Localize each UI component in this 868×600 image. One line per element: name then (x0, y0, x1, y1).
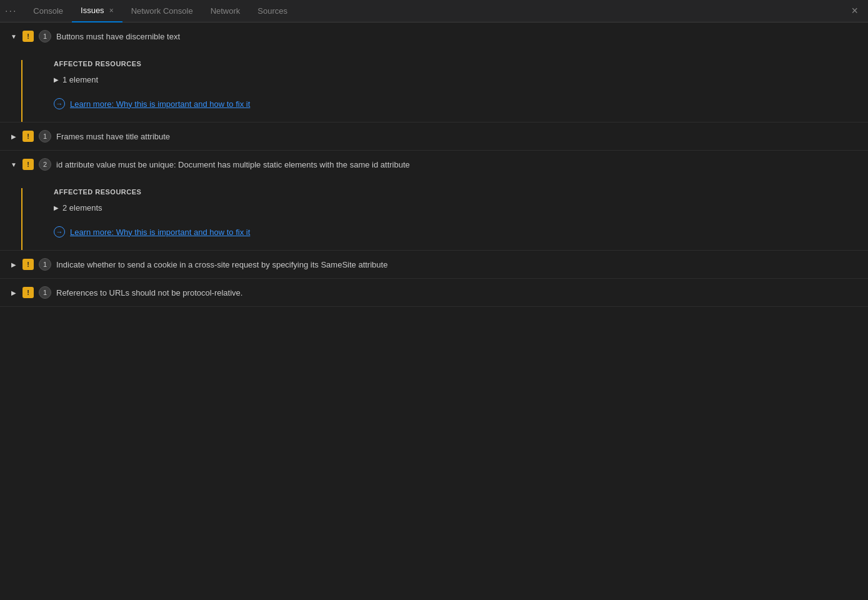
warning-icon-4: ! (22, 259, 34, 270)
issue-header-4[interactable]: ▶ ! 1 Indicate whether to send a cookie … (0, 251, 868, 278)
issues-panel: ▼ ! 1 Buttons must have discernible text… (0, 22, 868, 600)
issue-title-3: id attribute value must be unique: Docum… (56, 160, 410, 169)
chevron-right-icon-2: ▶ (10, 133, 17, 140)
issue-title-5: References to URLs should not be protoco… (56, 288, 242, 298)
warning-icon-3: ! (22, 159, 34, 170)
issue-item-1: ▼ ! 1 Buttons must have discernible text… (0, 22, 868, 122)
issue-title-4: Indicate whether to send a cookie in a c… (56, 260, 387, 269)
tab-console[interactable]: Console (24, 0, 72, 22)
element-chevron-icon-1: ▶ (54, 76, 59, 83)
issue-badge-2: 1 (39, 130, 51, 142)
tab-sources-label: Sources (257, 6, 287, 16)
chevron-right-icon-4: ▶ (10, 261, 17, 268)
tab-bar: ··· Console Issues × Network Console Net… (0, 0, 868, 22)
issue-badge-1: 1 (39, 30, 51, 42)
learn-more-row-1: → Learn more: Why this is important and … (54, 98, 858, 109)
tab-console-label: Console (33, 6, 63, 16)
learn-more-icon-1: → (54, 98, 65, 109)
chevron-down-icon-1: ▼ (10, 33, 17, 40)
issue-item-4: ▶ ! 1 Indicate whether to send a cookie … (0, 251, 868, 279)
issue-badge-4: 1 (39, 258, 51, 271)
warning-icon-1: ! (22, 31, 34, 42)
issue-title-1: Buttons must have discernible text (56, 32, 180, 41)
issue-body-1: AFFECTED RESOURCES ▶ 1 element → Learn m… (21, 60, 868, 122)
issue-item-5: ▶ ! 1 References to URLs should not be p… (0, 279, 868, 307)
affected-resources-label-1: AFFECTED RESOURCES (54, 60, 858, 68)
tab-sources[interactable]: Sources (249, 0, 296, 22)
element-count-1: 1 element (62, 75, 98, 84)
issue-header-3[interactable]: ▼ ! 2 id attribute value must be unique:… (0, 151, 868, 178)
warning-icon-5: ! (22, 287, 34, 298)
chevron-down-icon-3: ▼ (10, 161, 17, 168)
affected-resources-label-3: AFFECTED RESOURCES (54, 188, 858, 196)
tab-issues-label: Issues (81, 6, 104, 15)
issue-body-3: AFFECTED RESOURCES ▶ 2 elements → Learn … (21, 188, 868, 250)
issue-title-2: Frames must have title attribute (56, 132, 170, 141)
tab-issues[interactable]: Issues × (72, 0, 122, 22)
chevron-right-icon-5: ▶ (10, 289, 17, 296)
element-row-1[interactable]: ▶ 1 element (54, 74, 858, 86)
issue-item-3: ▼ ! 2 id attribute value must be unique:… (0, 151, 868, 251)
devtools-close-button[interactable]: × (846, 2, 863, 20)
issue-badge-3: 2 (39, 158, 51, 171)
element-chevron-icon-3: ▶ (54, 204, 59, 211)
learn-more-row-3: → Learn more: Why this is important and … (54, 226, 858, 238)
issue-header-2[interactable]: ▶ ! 1 Frames must have title attribute (0, 122, 868, 150)
learn-more-link-3[interactable]: Learn more: Why this is important and ho… (70, 228, 250, 237)
tab-network-console-label: Network Console (131, 6, 193, 16)
tab-network-console[interactable]: Network Console (122, 0, 202, 22)
element-count-3: 2 elements (62, 203, 102, 212)
close-issues-tab-button[interactable]: × (109, 6, 114, 15)
learn-more-icon-3: → (54, 226, 65, 238)
element-row-3[interactable]: ▶ 2 elements (54, 202, 858, 214)
learn-more-link-1[interactable]: Learn more: Why this is important and ho… (70, 99, 250, 109)
tab-network[interactable]: Network (202, 0, 249, 22)
more-tabs-button[interactable]: ··· (5, 6, 17, 17)
issue-header-1[interactable]: ▼ ! 1 Buttons must have discernible text (0, 22, 868, 50)
issue-badge-5: 1 (39, 286, 51, 299)
issue-item-2: ▶ ! 1 Frames must have title attribute (0, 122, 868, 151)
warning-icon-2: ! (22, 131, 34, 142)
tab-network-label: Network (211, 6, 241, 16)
issue-header-5[interactable]: ▶ ! 1 References to URLs should not be p… (0, 279, 868, 306)
